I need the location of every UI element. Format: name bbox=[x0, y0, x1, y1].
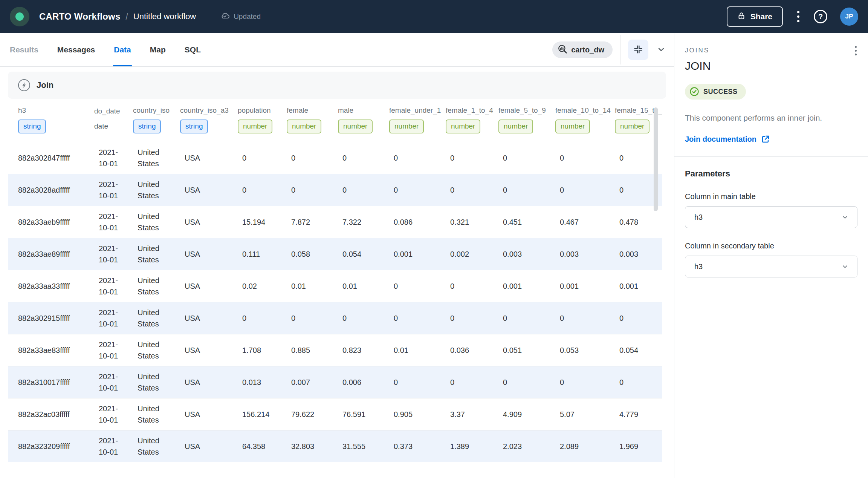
table-cell: United States bbox=[133, 430, 180, 462]
component-panel: JOINS JOIN SUCCESS This component perfor… bbox=[674, 33, 868, 478]
collapse-panel-button[interactable] bbox=[628, 40, 648, 60]
column-type-badge: number bbox=[498, 120, 533, 133]
table-cell: USA bbox=[180, 206, 238, 238]
tab-messages[interactable]: Messages bbox=[57, 33, 96, 66]
column-name: male bbox=[338, 106, 389, 115]
tab-map[interactable]: Map bbox=[149, 33, 167, 66]
table-cell: United States bbox=[133, 334, 180, 366]
panel-menu-button[interactable] bbox=[855, 46, 857, 55]
table-cell: 0 bbox=[338, 174, 389, 206]
table-cell: United States bbox=[133, 366, 180, 398]
tab-results[interactable]: Results bbox=[9, 33, 39, 66]
table-cell: 0 bbox=[238, 174, 287, 206]
table-row: 882a302915fffff2021-10-01United StatesUS… bbox=[8, 302, 662, 334]
table-cell: 2021-10-01 bbox=[94, 142, 133, 174]
column-type-badge: string bbox=[180, 120, 208, 133]
chevron-down-icon bbox=[841, 263, 849, 270]
table-cell: 156.214 bbox=[238, 398, 287, 430]
secondary-table-column-select[interactable]: h3 bbox=[685, 256, 857, 277]
table-cell: 0.051 bbox=[498, 334, 555, 366]
documentation-link-label: Join documentation bbox=[685, 135, 756, 144]
table-cell: 4.909 bbox=[498, 398, 555, 430]
column-name: country_iso_a3 bbox=[180, 106, 238, 115]
table-cell: 2021-10-01 bbox=[94, 302, 133, 334]
column-name: population bbox=[238, 106, 287, 115]
data-table-header: h3stringdo_datedatecountry_isostringcoun… bbox=[8, 99, 662, 142]
table-cell: United States bbox=[133, 174, 180, 206]
table-cell: 7.322 bbox=[338, 206, 389, 238]
table-row: 882a33ae83fffff2021-10-01United StatesUS… bbox=[8, 334, 662, 366]
table-cell: 0 bbox=[555, 174, 615, 206]
table-cell: 0.036 bbox=[446, 334, 498, 366]
table-cell: 0 bbox=[389, 270, 446, 302]
table-cell: 0 bbox=[389, 174, 446, 206]
carto-logo-dot bbox=[15, 12, 24, 21]
column-header-country_iso_a3: country_iso_a3string bbox=[180, 99, 238, 142]
table-cell: 0.01 bbox=[389, 334, 446, 366]
connection-badge[interactable]: carto_dw bbox=[552, 41, 613, 58]
data-preview: Join h3stringdo_datedatecountry_isostrin… bbox=[0, 67, 674, 478]
tab-bar: Results Messages Data Map SQL bbox=[0, 33, 674, 67]
workflow-title[interactable]: Untitled workflow bbox=[133, 12, 196, 21]
panel-overline: JOINS bbox=[685, 47, 857, 54]
join-section-header[interactable]: Join bbox=[8, 72, 666, 99]
avatar[interactable]: JP bbox=[840, 8, 858, 26]
expand-options-button[interactable] bbox=[653, 45, 669, 55]
table-cell: 4.779 bbox=[615, 398, 662, 430]
table-cell: 0.451 bbox=[498, 206, 555, 238]
table-row: 882a323209fffff2021-10-01United StatesUS… bbox=[8, 430, 662, 462]
table-cell: 0 bbox=[555, 142, 615, 174]
lock-icon bbox=[737, 12, 746, 22]
column-header-do_date: do_datedate bbox=[94, 99, 133, 142]
component-bolt-icon bbox=[18, 79, 30, 91]
column-type-badge: number bbox=[615, 120, 649, 133]
table-cell: 0.007 bbox=[287, 366, 338, 398]
column-name: country_iso bbox=[133, 106, 180, 115]
table-cell: 882a302847fffff bbox=[8, 142, 94, 174]
column-name: female bbox=[287, 106, 338, 115]
table-cell: 0 bbox=[555, 366, 615, 398]
table-cell: 3.37 bbox=[446, 398, 498, 430]
table-cell: United States bbox=[133, 238, 180, 270]
table-scrollbar-thumb[interactable] bbox=[654, 107, 658, 211]
table-row: 882a33aa33fffff2021-10-01United StatesUS… bbox=[8, 270, 662, 302]
table-cell: 0 bbox=[287, 142, 338, 174]
help-button[interactable]: ? bbox=[814, 10, 827, 23]
table-cell: 0 bbox=[446, 174, 498, 206]
table-row: 882a33aeb9fffff2021-10-01United StatesUS… bbox=[8, 206, 662, 238]
table-cell: 2021-10-01 bbox=[94, 398, 133, 430]
table-cell: 1.708 bbox=[238, 334, 287, 366]
share-button[interactable]: Share bbox=[727, 6, 783, 27]
table-cell: 7.872 bbox=[287, 206, 338, 238]
table-cell: 2.089 bbox=[555, 430, 615, 462]
table-cell: 882a310017fffff bbox=[8, 366, 94, 398]
tab-data[interactable]: Data bbox=[113, 33, 132, 66]
table-cell: 2.023 bbox=[498, 430, 555, 462]
table-cell: 0.02 bbox=[238, 270, 287, 302]
table-cell: United States bbox=[133, 270, 180, 302]
table-cell: 76.591 bbox=[338, 398, 389, 430]
column-type-badge: string bbox=[18, 120, 46, 133]
table-cell: United States bbox=[133, 398, 180, 430]
panel-divider bbox=[674, 156, 868, 157]
toolbar-divider bbox=[620, 35, 620, 64]
table-cell: 0.058 bbox=[287, 238, 338, 270]
table-cell: 0 bbox=[498, 302, 555, 334]
documentation-link[interactable]: Join documentation bbox=[685, 135, 770, 144]
table-cell: 0 bbox=[498, 366, 555, 398]
join-section-title: Join bbox=[37, 80, 53, 90]
carto-logo[interactable] bbox=[10, 7, 29, 26]
table-cell: 0.001 bbox=[389, 238, 446, 270]
main-table-column-select[interactable]: h3 bbox=[685, 206, 857, 228]
topbar: CARTO Workflows / Untitled workflow Upda… bbox=[0, 0, 868, 33]
check-circle-icon bbox=[689, 87, 699, 97]
table-cell: 2021-10-01 bbox=[94, 366, 133, 398]
table-cell: 15.194 bbox=[238, 206, 287, 238]
column-header-country_iso: country_isostring bbox=[133, 99, 180, 142]
table-cell: United States bbox=[133, 142, 180, 174]
tab-sql[interactable]: SQL bbox=[184, 33, 202, 66]
table-cell: 0 bbox=[615, 366, 662, 398]
table-cell: 0 bbox=[446, 142, 498, 174]
topbar-menu-button[interactable] bbox=[797, 11, 799, 22]
column-name: h3 bbox=[18, 106, 94, 115]
